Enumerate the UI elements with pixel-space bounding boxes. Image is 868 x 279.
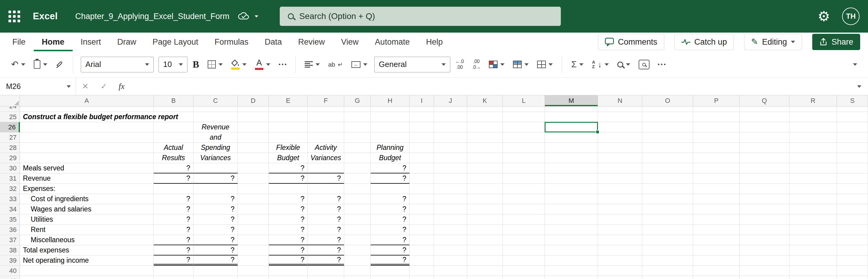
- cell-B30[interactable]: ?: [154, 163, 193, 173]
- font-name-select[interactable]: Arial: [81, 57, 154, 73]
- cell-Q31[interactable]: [740, 173, 789, 184]
- cell-C41[interactable]: [193, 276, 238, 279]
- cell-C40[interactable]: [193, 266, 238, 276]
- cell-K39[interactable]: [467, 255, 503, 266]
- cell-Q30[interactable]: [740, 163, 789, 173]
- cell-R36[interactable]: [789, 225, 837, 235]
- cell-A28[interactable]: [20, 143, 154, 153]
- cell-R28[interactable]: [789, 143, 837, 153]
- cell-J37[interactable]: [434, 235, 467, 245]
- column-header-P[interactable]: P: [693, 95, 740, 107]
- editing-mode-button[interactable]: ✎ Editing: [744, 34, 802, 50]
- cell-L32[interactable]: [503, 184, 545, 194]
- cell-D38[interactable]: [238, 245, 269, 255]
- cell-O30[interactable]: [642, 163, 693, 173]
- decrease-decimal-button[interactable]: ←.0.00: [452, 56, 467, 74]
- cell-M37[interactable]: [545, 235, 598, 245]
- column-header-E[interactable]: E: [269, 95, 308, 107]
- cell-O41[interactable]: [642, 276, 693, 279]
- cell-G29[interactable]: [344, 153, 371, 163]
- cell-G27[interactable]: [344, 132, 371, 143]
- undo-button[interactable]: ↶: [8, 56, 29, 74]
- cell-K35[interactable]: [467, 215, 503, 225]
- cell-M25[interactable]: [545, 112, 598, 122]
- cell-M28[interactable]: [545, 143, 598, 153]
- cell-O37[interactable]: [642, 235, 693, 245]
- cell-E35[interactable]: ?: [269, 215, 308, 225]
- cell-M31[interactable]: [545, 173, 598, 184]
- cell-F34[interactable]: ?: [308, 204, 344, 215]
- cell-A26[interactable]: [20, 122, 154, 132]
- cell-S32[interactable]: [837, 184, 868, 194]
- cell-L27[interactable]: [503, 132, 545, 143]
- cell-J28[interactable]: [434, 143, 467, 153]
- cell-C24[interactable]: [193, 107, 238, 112]
- cell-C34[interactable]: ?: [193, 204, 238, 215]
- cell-B36[interactable]: ?: [154, 225, 193, 235]
- merge-center-button[interactable]: ↔: [348, 56, 371, 74]
- cell-E27[interactable]: [269, 132, 308, 143]
- saved-cloud-icon[interactable]: [237, 11, 250, 21]
- cell-P41[interactable]: [693, 276, 740, 279]
- autosum-button[interactable]: Σ: [568, 56, 587, 74]
- cell-I31[interactable]: [410, 173, 434, 184]
- cell-E39[interactable]: ?: [269, 255, 308, 266]
- cell-H30[interactable]: ?: [371, 163, 410, 173]
- font-size-select[interactable]: 10: [158, 57, 187, 73]
- cell-N39[interactable]: [598, 255, 642, 266]
- comments-button[interactable]: Comments: [598, 34, 664, 50]
- cell-F30[interactable]: [308, 163, 344, 173]
- cell-I39[interactable]: [410, 255, 434, 266]
- row-header-41[interactable]: 41: [0, 276, 20, 279]
- tab-draw[interactable]: Draw: [109, 33, 144, 51]
- cell-S33[interactable]: [837, 194, 868, 204]
- settings-gear-icon[interactable]: ⚙: [818, 9, 830, 23]
- cell-J33[interactable]: [434, 194, 467, 204]
- row-header-33[interactable]: 33: [0, 194, 20, 204]
- cell-E30[interactable]: ?: [269, 163, 308, 173]
- cell-M30[interactable]: [545, 163, 598, 173]
- cell-Q25[interactable]: [740, 112, 789, 122]
- cell-S40[interactable]: [837, 266, 868, 276]
- cell-P39[interactable]: [693, 255, 740, 266]
- cell-A40[interactable]: [20, 266, 154, 276]
- cell-G40[interactable]: [344, 266, 371, 276]
- cell-O27[interactable]: [642, 132, 693, 143]
- cell-D28[interactable]: [238, 143, 269, 153]
- cell-K30[interactable]: [467, 163, 503, 173]
- cell-R33[interactable]: [789, 194, 837, 204]
- cell-H31[interactable]: ?: [371, 173, 410, 184]
- cell-N24[interactable]: [598, 107, 642, 112]
- cell-I36[interactable]: [410, 225, 434, 235]
- cell-J41[interactable]: [434, 276, 467, 279]
- cell-S37[interactable]: [837, 235, 868, 245]
- cell-L31[interactable]: [503, 173, 545, 184]
- column-header-M[interactable]: M: [545, 95, 598, 107]
- cell-H24[interactable]: [371, 107, 410, 112]
- cell-M40[interactable]: [545, 266, 598, 276]
- cell-B31[interactable]: ?: [154, 173, 193, 184]
- cell-R39[interactable]: [789, 255, 837, 266]
- cell-C35[interactable]: ?: [193, 215, 238, 225]
- fill-color-button[interactable]: [228, 56, 250, 74]
- cell-F41[interactable]: [308, 276, 344, 279]
- cell-O32[interactable]: [642, 184, 693, 194]
- cell-M32[interactable]: [545, 184, 598, 194]
- cell-D32[interactable]: [238, 184, 269, 194]
- cell-I30[interactable]: [410, 163, 434, 173]
- cell-C30[interactable]: [193, 163, 238, 173]
- cell-R34[interactable]: [789, 204, 837, 215]
- cell-Q33[interactable]: [740, 194, 789, 204]
- cell-L33[interactable]: [503, 194, 545, 204]
- cell-Q34[interactable]: [740, 204, 789, 215]
- cell-P29[interactable]: [693, 153, 740, 163]
- cell-K36[interactable]: [467, 225, 503, 235]
- cell-P24[interactable]: [693, 107, 740, 112]
- cell-P26[interactable]: [693, 122, 740, 132]
- cell-N30[interactable]: [598, 163, 642, 173]
- cell-D24[interactable]: [238, 107, 269, 112]
- cell-F31[interactable]: ?: [308, 173, 344, 184]
- cell-E32[interactable]: [269, 184, 308, 194]
- column-header-H[interactable]: H: [371, 95, 410, 107]
- cell-H32[interactable]: [371, 184, 410, 194]
